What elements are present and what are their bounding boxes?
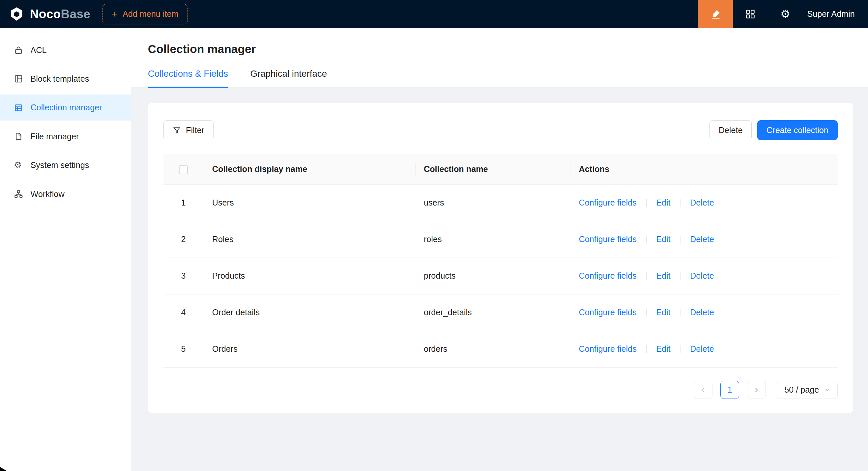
collections-card: Filter Delete Create collection Collect <box>148 103 853 413</box>
row-index: 4 <box>163 294 203 331</box>
table-row: 1 Users users Configure fields Edit Dele… <box>163 184 838 221</box>
page-size-value: 50 / page <box>784 385 819 395</box>
current-user-menu[interactable]: Super Admin <box>803 9 868 19</box>
action-divider <box>646 236 647 243</box>
row-actions-cell: Configure fields Edit Delete <box>570 221 838 258</box>
app-root: NocoBase + Add menu item <box>0 0 868 471</box>
plugin-manager-button[interactable] <box>733 0 768 28</box>
add-menu-item-label: Add menu item <box>123 9 179 19</box>
action-divider <box>646 309 647 316</box>
row-actions-cell: Configure fields Edit Delete <box>570 258 838 294</box>
gear-icon: ⚙ <box>14 161 23 170</box>
edit-link[interactable]: Edit <box>656 198 670 207</box>
collection-name-cell: users <box>415 184 570 221</box>
pagination-prev-button[interactable] <box>694 381 712 399</box>
table-row: 2 Roles roles Configure fields Edit Dele… <box>163 221 838 258</box>
delete-link[interactable]: Delete <box>690 344 714 354</box>
sidebar-item-label: System settings <box>30 160 89 170</box>
row-actions-cell: Configure fields Edit Delete <box>570 184 838 221</box>
edit-link[interactable]: Edit <box>656 308 670 317</box>
row-index: 5 <box>163 331 203 367</box>
configure-fields-link[interactable]: Configure fields <box>579 308 637 317</box>
filter-button-label: Filter <box>186 126 204 135</box>
action-divider <box>646 345 647 353</box>
page-title: Collection manager <box>148 42 851 56</box>
layout-icon <box>14 74 23 83</box>
filter-funnel-icon <box>173 126 181 134</box>
configure-fields-link[interactable]: Configure fields <box>579 235 637 244</box>
collection-name-cell: order_details <box>415 294 570 331</box>
configure-fields-link[interactable]: Configure fields <box>579 344 637 354</box>
sidebar-item-acl[interactable]: ACL <box>0 37 131 63</box>
content-area: Filter Delete Create collection Collect <box>131 88 868 471</box>
table-icon <box>14 103 23 113</box>
main-area: Collection manager Collections & Fields … <box>131 28 868 471</box>
edit-link[interactable]: Edit <box>656 235 670 244</box>
action-divider <box>680 309 681 316</box>
logo-text: NocoBase <box>30 7 91 21</box>
delete-link[interactable]: Delete <box>690 235 714 244</box>
row-index: 3 <box>163 258 203 294</box>
filter-button[interactable]: Filter <box>163 120 214 140</box>
add-menu-item-button[interactable]: + Add menu item <box>102 4 187 24</box>
create-collection-button[interactable]: Create collection <box>757 120 838 140</box>
sidebar-item-file-manager[interactable]: File manager <box>0 124 131 149</box>
delete-button[interactable]: Delete <box>710 120 752 140</box>
chevron-right-icon <box>753 387 760 393</box>
ui-editor-button[interactable] <box>698 0 733 28</box>
tab-collections-and-fields[interactable]: Collections & Fields <box>148 68 228 87</box>
table-row: 5 Orders orders Configure fields Edit De… <box>163 331 838 367</box>
page-size-select[interactable]: 50 / page <box>777 381 837 399</box>
select-all-checkbox[interactable] <box>179 165 188 174</box>
collection-display-name-cell: Order details <box>203 294 415 331</box>
plus-icon: + <box>112 9 118 19</box>
system-settings-button[interactable]: ⚙ <box>768 0 803 28</box>
delete-link[interactable]: Delete <box>690 271 714 280</box>
gear-icon: ⚙ <box>780 8 790 20</box>
delete-link[interactable]: Delete <box>690 198 714 207</box>
column-collection-name: Collection name <box>415 154 570 184</box>
collection-display-name-cell: Users <box>203 184 415 221</box>
sidebar-item-workflow[interactable]: Workflow <box>0 181 131 207</box>
workflow-icon <box>14 190 23 199</box>
delete-link[interactable]: Delete <box>690 308 714 317</box>
sidebar: ACL Block templates Collection manager <box>0 28 131 471</box>
sidebar-item-label: Block templates <box>30 74 89 83</box>
nocobase-logo[interactable]: NocoBase <box>0 6 102 22</box>
row-index: 1 <box>163 184 203 221</box>
column-collection-display-name: Collection display name <box>203 154 415 184</box>
chevron-left-icon <box>700 387 707 393</box>
collections-table: Collection display name Collection name … <box>163 154 838 368</box>
configure-fields-link[interactable]: Configure fields <box>579 198 637 207</box>
header-checkbox-cell <box>163 154 203 184</box>
sidebar-item-collection-manager[interactable]: Collection manager <box>0 95 131 121</box>
row-actions-cell: Configure fields Edit Delete <box>570 331 838 367</box>
top-header: NocoBase + Add menu item <box>0 0 868 28</box>
edit-link[interactable]: Edit <box>656 271 670 280</box>
cursor-artifact <box>0 467 7 471</box>
pagination-page-1[interactable]: 1 <box>720 381 739 399</box>
pagination: 1 50 / page <box>163 368 838 399</box>
file-icon <box>14 132 23 141</box>
collection-name-cell: products <box>415 258 570 294</box>
pagination-next-button[interactable] <box>747 381 766 399</box>
collection-name-cell: orders <box>415 331 570 367</box>
action-divider <box>680 345 681 353</box>
action-divider <box>646 272 647 280</box>
sidebar-item-label: Workflow <box>30 190 64 199</box>
action-divider <box>646 199 647 207</box>
row-actions-cell: Configure fields Edit Delete <box>570 294 838 331</box>
action-divider <box>680 272 681 280</box>
chevron-down-icon <box>825 387 830 393</box>
sidebar-item-label: Collection manager <box>30 103 102 112</box>
tab-graphical-interface[interactable]: Graphical interface <box>250 68 327 87</box>
highlighter-icon <box>710 8 721 20</box>
logo-cube-icon <box>9 6 24 22</box>
edit-link[interactable]: Edit <box>656 344 670 354</box>
configure-fields-link[interactable]: Configure fields <box>579 271 637 280</box>
collection-display-name-cell: Orders <box>203 331 415 367</box>
header-right: ⚙ Super Admin <box>698 0 868 28</box>
sidebar-item-system-settings[interactable]: ⚙ System settings <box>0 152 131 178</box>
sidebar-item-block-templates[interactable]: Block templates <box>0 66 131 92</box>
tab-bar: Collections & Fields Graphical interface <box>148 68 851 87</box>
